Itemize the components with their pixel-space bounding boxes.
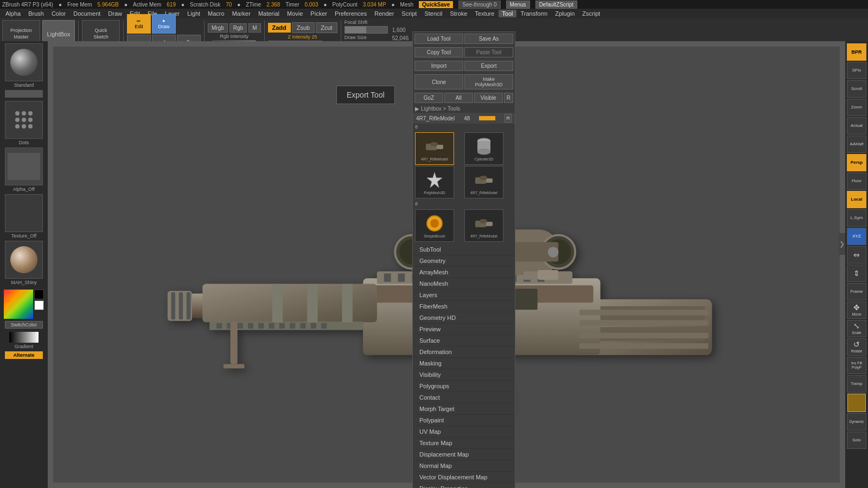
- visible-button[interactable]: Visible: [474, 93, 503, 103]
- polypaint-item[interactable]: Polypaint: [413, 415, 515, 426]
- geometry-item[interactable]: Geometry: [413, 255, 515, 267]
- import-button[interactable]: Import: [414, 61, 463, 71]
- menu-alpha[interactable]: Alpha: [2, 10, 24, 17]
- clone-button[interactable]: Clone: [414, 74, 463, 89]
- menu-zplugin[interactable]: Zplugin: [552, 10, 578, 17]
- displacement-map-item[interactable]: Displacement Map: [413, 449, 515, 460]
- lsym-button[interactable]: L.Sym: [847, 209, 866, 227]
- menu-draw[interactable]: Draw: [105, 10, 125, 17]
- menu-macro[interactable]: Macro: [205, 10, 228, 17]
- zcut-button[interactable]: Zcut: [316, 22, 337, 33]
- zoom-button[interactable]: Zoom: [847, 99, 866, 116]
- alternate-button[interactable]: Alternate: [5, 351, 43, 359]
- menu-stencil[interactable]: Stencil: [421, 10, 445, 17]
- persp-button[interactable]: Persp: [847, 154, 866, 171]
- texture-preview[interactable]: [5, 194, 43, 232]
- sym-button1[interactable]: ⇔: [847, 246, 866, 264]
- sym-button2[interactable]: ⇕: [847, 265, 866, 282]
- menu-tool[interactable]: Tool: [499, 10, 516, 17]
- menu-document[interactable]: Document: [70, 10, 104, 17]
- tool-thumb-rifle3[interactable]: 4R7_RifleModel: [464, 209, 503, 242]
- transp-button[interactable]: Transp: [847, 375, 866, 393]
- layers-item[interactable]: Layers: [413, 290, 515, 301]
- paste-tool-button[interactable]: Paste Tool: [464, 47, 513, 57]
- draw-button[interactable]: ✦ Draw: [152, 14, 176, 34]
- zsub-button[interactable]: Zsub: [292, 22, 315, 33]
- masking-item[interactable]: Masking: [413, 358, 515, 369]
- menu-marker[interactable]: Marker: [229, 10, 254, 17]
- polygroups-item[interactable]: Polygroups: [413, 381, 515, 392]
- local-button[interactable]: Local: [847, 191, 866, 208]
- menu-color[interactable]: Color: [48, 10, 69, 17]
- tool-thumb-rifle2[interactable]: 4R7_RifleModel: [464, 166, 503, 198]
- color-picker[interactable]: [4, 290, 33, 319]
- xyz-button[interactable]: XYZ: [847, 228, 866, 245]
- menu-render[interactable]: Render: [371, 10, 397, 17]
- see-through-button[interactable]: See-through 0: [458, 1, 500, 9]
- edit-button[interactable]: ✏ Edit: [127, 14, 151, 34]
- menu-texture[interactable]: Texture: [471, 10, 497, 17]
- vector-displacement-map-item[interactable]: Vector Displacement Map: [413, 472, 515, 483]
- right-edge-arrow[interactable]: ❯: [839, 233, 845, 255]
- make-polymesh3d-button[interactable]: Make PolyMesh3D: [464, 74, 513, 89]
- menu-preferences[interactable]: Preferences: [331, 10, 370, 17]
- preview-item[interactable]: Preview: [413, 324, 515, 335]
- nanomesh-item[interactable]: NanoMesh: [413, 278, 515, 290]
- brush-preview[interactable]: [5, 43, 43, 81]
- fibermesh-item[interactable]: FiberMesh: [413, 301, 515, 312]
- white-swatch[interactable]: [34, 300, 44, 310]
- frame-button[interactable]: Frame: [847, 283, 866, 300]
- material-preview[interactable]: [5, 241, 43, 279]
- switch-color-button[interactable]: SwitchColor: [5, 321, 43, 329]
- save-as-button[interactable]: Save As: [464, 34, 513, 44]
- uv-map-item[interactable]: UV Map: [413, 426, 515, 438]
- zadd-button[interactable]: Zadd: [268, 23, 291, 33]
- gradient-preview[interactable]: [9, 332, 39, 343]
- m-button[interactable]: M: [248, 23, 260, 33]
- menu-brush[interactable]: Brush: [25, 10, 47, 17]
- menu-script[interactable]: Script: [398, 10, 420, 17]
- spix-button[interactable]: SPix: [847, 62, 866, 79]
- display-properties-item[interactable]: Display Properties: [413, 483, 515, 488]
- menus-button[interactable]: Menus: [506, 1, 530, 9]
- arraymesh-item[interactable]: ArrayMesh: [413, 267, 515, 278]
- dynamic-button[interactable]: Dynamic: [847, 413, 866, 431]
- surface-item[interactable]: Surface: [413, 335, 515, 346]
- visibility-item[interactable]: Visibility: [413, 369, 515, 381]
- floor-button[interactable]: Floor: [847, 172, 866, 190]
- focal-slider[interactable]: [344, 26, 388, 34]
- menu-transform[interactable]: Transform: [518, 10, 551, 17]
- black-swatch[interactable]: [34, 290, 44, 299]
- move-view-button[interactable]: ✥ Move: [847, 301, 866, 319]
- dots-preview[interactable]: [5, 101, 43, 139]
- rgb-button[interactable]: Rgb: [229, 23, 247, 33]
- menu-zscript[interactable]: Zscript: [579, 10, 603, 17]
- deformation-item[interactable]: Deformation: [413, 346, 515, 358]
- bpr-button[interactable]: BPR: [847, 43, 866, 61]
- tool-thumb-cylinder[interactable]: Cylinder3D: [464, 132, 503, 165]
- menu-movie[interactable]: Movie: [284, 10, 306, 17]
- quicksave-button[interactable]: QuickSave: [419, 1, 453, 8]
- copy-tool-button[interactable]: Copy Tool: [414, 47, 463, 57]
- menu-material[interactable]: Material: [255, 10, 283, 17]
- contact-item[interactable]: Contact: [413, 392, 515, 403]
- alpha-preview[interactable]: [5, 147, 43, 185]
- dd-r-btn[interactable]: R: [505, 114, 512, 123]
- rotate-view-button[interactable]: ↺ Rotate: [847, 338, 866, 356]
- normal-map-item[interactable]: Normal Map: [413, 460, 515, 472]
- tool-thumb-simplebrush[interactable]: SimpleBrush: [415, 209, 454, 242]
- menu-stroke[interactable]: Stroke: [446, 10, 470, 17]
- tool-thumb-polymesh[interactable]: PolyMesh3D: [415, 166, 454, 198]
- ins-fill-button[interactable]: Ins Fill PolyF: [847, 357, 866, 374]
- material-swatch[interactable]: [847, 394, 866, 412]
- solo-button[interactable]: Solo: [847, 432, 866, 449]
- actual-button[interactable]: Actual: [847, 117, 866, 134]
- geometry-hd-item[interactable]: Geometry HD: [413, 312, 515, 324]
- morph-target-item[interactable]: Morph Target: [413, 403, 515, 415]
- defaultzscript-button[interactable]: DefaultZScript: [535, 1, 577, 9]
- tool-thumb-rifle1[interactable]: 4R7_RifleModel: [415, 132, 454, 165]
- mrgb-button[interactable]: Mrgb: [208, 23, 228, 33]
- r-button[interactable]: R: [504, 93, 513, 103]
- scale-view-button[interactable]: ⤡ Scale: [847, 320, 866, 337]
- goz-button[interactable]: GoZ: [414, 93, 443, 103]
